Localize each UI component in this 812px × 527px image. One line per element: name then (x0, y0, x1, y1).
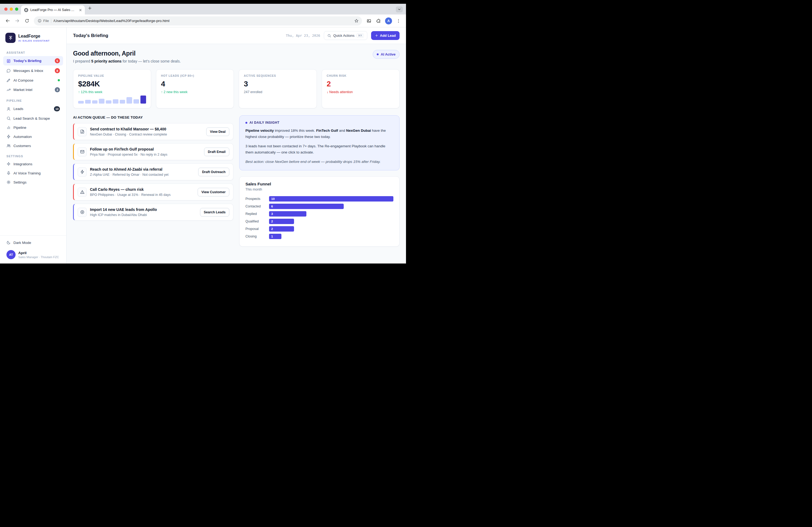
url-text[interactable]: /Users/aprilthoutam/Desktop/Website/Lead… (54, 19, 350, 23)
sidebar-item-automation[interactable]: Automation (3, 132, 63, 141)
new-tab-button[interactable] (88, 6, 92, 11)
brand-name: LeadForge (18, 34, 50, 39)
add-lead-button[interactable]: Add Lead (371, 31, 400, 40)
address-bar[interactable]: File /Users/aprilthoutam/Desktop/Website… (34, 16, 362, 26)
quick-actions-button[interactable]: Quick Actions ⌘K (324, 31, 367, 40)
sidebar-item-integrations[interactable]: Integrations (3, 160, 63, 168)
forward-button[interactable] (13, 17, 21, 25)
action-card-referral-outreach[interactable]: Reach out to Ahmed Al-Zaabi via referral… (73, 163, 233, 180)
browser-menu-kebab-icon[interactable] (394, 17, 403, 25)
sidebar-item-market-intel[interactable]: Market Intel 3 (3, 85, 63, 94)
insight-text: improved 18% this week. (274, 129, 316, 133)
action-title: Reach out to Ahmed Al-Zaabi via referral (90, 167, 195, 171)
search-leads-button[interactable]: Search Leads (200, 208, 229, 216)
sidebar-item-settings[interactable]: Settings (3, 178, 63, 186)
funnel-value: 1 (271, 235, 273, 238)
sidebar-item-label: AI Compose (13, 78, 33, 82)
stats-grid: PIPELINE VALUE $284K ↑ 12% this week HOT… (73, 69, 400, 108)
minimize-window-button[interactable] (10, 7, 13, 11)
funnel-value: 2 (271, 220, 273, 223)
sidebar-item-leads[interactable]: Leads 10 (3, 104, 63, 114)
action-card-churn-call[interactable]: Call Carlo Reyes — churn risk BPO Philip… (73, 183, 233, 200)
stat-card-hot-leads: HOT LEADS (ICP 80+) 4 ↑ 2 new this week (156, 69, 234, 108)
action-card-follow-up-proposal[interactable]: Follow up on FinTech Gulf proposal Priya… (73, 143, 233, 160)
action-title: Call Carlo Reyes — churn risk (90, 187, 194, 192)
sidebar-footer: Dark Mode AT April Sales Manager · Thout… (0, 235, 66, 264)
action-queue-heading: AI ACTION QUEUE — DO THESE TODAY (73, 115, 233, 119)
bookmark-star-icon[interactable] (352, 17, 360, 25)
greeting-subtitle-prefix: I prepared (73, 59, 91, 63)
bar-chart-icon (6, 125, 11, 130)
view-customer-button[interactable]: View Customer (198, 188, 229, 196)
reload-button[interactable] (23, 17, 31, 25)
sidebar-item-customers[interactable]: Customers (3, 141, 63, 150)
greeting-subtitle: I prepared 5 priority actions for today … (73, 59, 181, 63)
badge-count: 5 (55, 58, 60, 63)
status-dot (377, 54, 379, 55)
stat-delta: ↑ 2 new this week (161, 90, 229, 94)
tab-title: LeadForge Pro — AI Sales Assistant (30, 8, 76, 12)
sidebar-item-lead-search-scrape[interactable]: Lead Search & Scrape (3, 114, 63, 123)
insight-paragraph-2: 3 leads have not been contacted in 7+ da… (245, 143, 393, 156)
greeting-title: Good afternoon, April (73, 50, 181, 57)
action-meta: Priya Nair · Proposal opened 5x · No rep… (90, 153, 201, 156)
sales-funnel-card: Sales Funnel This month Prospects 10 Con… (239, 176, 400, 246)
funnel-value: 2 (271, 227, 273, 230)
greeting-subtitle-suffix: for today — let's close some deals. (122, 59, 181, 63)
sidebar-item-todays-briefing[interactable]: Today's Briefing 5 (3, 56, 63, 65)
sidebar-item-ai-compose[interactable]: AI Compose (3, 76, 63, 85)
sparkline-bar (133, 99, 139, 104)
target-icon (77, 208, 87, 217)
sidebar-item-ai-voice-training[interactable]: AI Voice Training (3, 169, 63, 177)
sidebar-item-label: Leads (13, 107, 23, 111)
ai-daily-insight-card: AI DAILY INSIGHT Pipeline velocity impro… (239, 115, 400, 170)
sparkline-bar (85, 100, 91, 104)
browser-tab[interactable]: LeadForge Pro — AI Sales Assistant (21, 5, 85, 15)
draft-outreach-button[interactable]: Draft Outreach (198, 168, 229, 176)
sparkle-icon (6, 162, 11, 166)
sidebar-item-label: Messages & Inbox (13, 69, 43, 73)
funnel-row-proposal: Proposal 2 (245, 226, 393, 231)
back-button[interactable] (3, 17, 12, 25)
sparkline-bar (127, 97, 132, 104)
tab-close-icon[interactable] (79, 8, 82, 12)
funnel-subtitle: This month (245, 187, 393, 191)
insight-label: AI DAILY INSIGHT (245, 121, 393, 124)
draft-email-button[interactable]: Draft Email (204, 148, 229, 156)
funnel-title: Sales Funnel (245, 182, 393, 186)
action-card-send-contract[interactable]: Send contract to Khalid Mansoor — $8,400… (73, 123, 233, 140)
stat-value: 2 (327, 80, 395, 88)
briefing-icon (6, 59, 11, 63)
sidebar-item-pipeline[interactable]: Pipeline (3, 123, 63, 132)
tab-favicon-icon (24, 8, 28, 12)
browser-profile-avatar[interactable]: A (385, 17, 392, 25)
section-label-assistant: ASSISTANT (0, 47, 66, 56)
dark-mode-toggle[interactable]: Dark Mode (3, 238, 63, 247)
media-extension-icon[interactable] (365, 17, 373, 25)
funnel-bar: 3 (269, 211, 306, 216)
sidebar-item-label: Market Intel (13, 88, 32, 92)
url-scheme-label: File (43, 19, 49, 23)
close-window-button[interactable] (4, 7, 8, 11)
site-info-chip[interactable]: File (38, 19, 49, 23)
leadforge-logo-icon (5, 33, 16, 43)
view-deal-button[interactable]: View Deal (206, 127, 229, 136)
extensions-puzzle-icon[interactable] (374, 17, 383, 25)
pipeline-sparkline (78, 95, 146, 104)
sparkline-bar (78, 101, 84, 104)
gear-icon (6, 180, 11, 184)
stat-card-churn-risk: CHURN RISK 2 ↓ Needs attention (322, 69, 400, 108)
stat-label: HOT LEADS (ICP 80+) (161, 74, 229, 77)
user-avatar: AT (6, 250, 16, 259)
funnel-row-qualified: Qualified 2 (245, 219, 393, 224)
contract-icon (77, 127, 87, 136)
action-meta: Z-Alpha UAE · Referred by Omar · Not con… (90, 173, 195, 177)
funnel-bar: 2 (269, 226, 294, 231)
zoom-window-button[interactable] (15, 7, 18, 11)
action-card-import-leads[interactable]: Import 14 new UAE leads from Apollo High… (73, 204, 233, 221)
user-profile[interactable]: AT April Sales Manager · Thoutam FZC (3, 247, 63, 259)
sidebar-item-messages-inbox[interactable]: Messages & Inbox 8 (3, 66, 63, 75)
zap-icon (77, 167, 87, 177)
stat-label: PIPELINE VALUE (78, 74, 146, 77)
tab-search-chevron-icon[interactable] (396, 6, 403, 12)
